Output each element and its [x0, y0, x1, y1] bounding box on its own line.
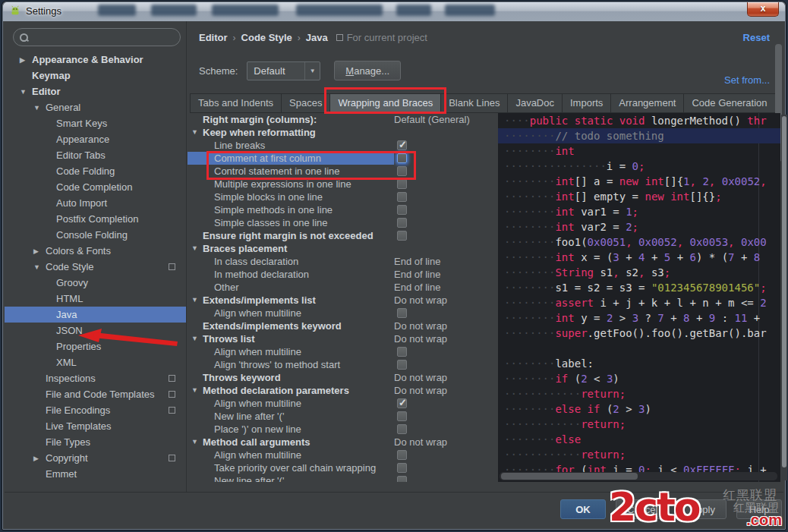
code-vertical-scrollbar[interactable]: [781, 115, 787, 480]
checkbox-align-when-multiline[interactable]: [397, 398, 407, 408]
title-bar[interactable]: Settings x: [3, 2, 785, 21]
setting-row-take-priority-over-call-chain-wrapping[interactable]: Take priority over call chain wrapping: [188, 461, 498, 474]
expand-icon[interactable]: ▶: [33, 455, 46, 462]
setting-row-extends-implements-keyword[interactable]: Extends/implements keywordDo not wrap: [188, 320, 498, 332]
sidebar-item-postfix-completion[interactable]: Postfix Completion: [5, 211, 186, 227]
tab-tabs-and-indents[interactable]: Tabs and Indents: [190, 93, 282, 113]
setting-value[interactable]: End of line: [394, 268, 440, 281]
sidebar-item-keymap[interactable]: Keymap: [5, 68, 186, 83]
sidebar-item-file-types[interactable]: File Types: [5, 434, 186, 450]
setting-row-align-when-multiline[interactable]: Align when multiline: [188, 345, 498, 358]
setting-row-right-margin-columns[interactable]: Right margin (columns):Default (General): [188, 113, 498, 126]
setting-row-keep-when-reformatting[interactable]: ▼Keep when reformatting: [188, 126, 498, 139]
setting-value[interactable]: Do not wrap: [394, 384, 447, 397]
setting-row-new-line-after[interactable]: New line after '(': [188, 474, 498, 482]
setting-row-align-when-multiline[interactable]: Align when multiline: [188, 449, 498, 461]
sidebar-item-json[interactable]: JSON: [5, 323, 186, 338]
setting-row-in-class-declaration[interactable]: In class declarationEnd of line: [188, 255, 498, 268]
sidebar-item-html[interactable]: HTML: [5, 291, 186, 307]
checkbox-comment-at-first-column[interactable]: [397, 153, 407, 163]
setting-row-ensure-right-margin-is-not-exceeded[interactable]: Ensure right margin is not exceeded: [188, 229, 498, 242]
setting-row-comment-at-first-column[interactable]: Comment at first column: [188, 152, 498, 165]
sidebar-item-live-templates[interactable]: Live Templates: [5, 418, 186, 434]
setting-row-place-on-new-line[interactable]: Place ')' on new line: [188, 423, 498, 436]
setting-row-align-when-multiline[interactable]: Align when multiline: [188, 397, 498, 410]
checkbox-simple-blocks-in-one-line[interactable]: [397, 192, 407, 202]
sidebar-item-xml[interactable]: XML: [5, 354, 186, 370]
scrollbar-thumb[interactable]: [782, 116, 786, 467]
checkbox-new-line-after[interactable]: [397, 476, 407, 482]
setting-row-multiple-expressions-in-one-line[interactable]: Multiple expressions in one line: [188, 178, 498, 190]
setting-row-other[interactable]: OtherEnd of line: [188, 281, 498, 294]
sidebar-item-appearance[interactable]: Appearance: [5, 131, 186, 147]
sidebar-item-code-style[interactable]: ▼Code Style: [5, 259, 186, 275]
setting-row-simple-classes-in-one-line[interactable]: Simple classes in one line: [188, 216, 498, 229]
checkbox-simple-methods-in-one-line[interactable]: [397, 205, 407, 215]
sidebar-item-console-folding[interactable]: Console Folding: [5, 227, 186, 243]
sidebar-item-colors-fonts[interactable]: ▶Colors & Fonts: [5, 243, 186, 259]
setting-row-method-call-arguments[interactable]: ▼Method call argumentsDo not wrap: [188, 436, 498, 449]
sidebar-item-emmet[interactable]: Emmet: [5, 466, 186, 482]
collapse-icon[interactable]: ▼: [33, 104, 46, 112]
checkbox-ensure-right-margin-is-not-exceeded[interactable]: [397, 231, 407, 241]
checkbox-new-line-after[interactable]: [397, 411, 407, 421]
checkbox-multiple-expressions-in-one-line[interactable]: [397, 179, 407, 189]
sidebar-item-copyright[interactable]: ▶Copyright: [5, 450, 186, 466]
sidebar-item-general[interactable]: ▼General: [5, 99, 186, 115]
ok-button[interactable]: OK: [560, 499, 606, 519]
help-button[interactable]: Help: [736, 499, 782, 519]
setting-row-simple-methods-in-one-line[interactable]: Simple methods in one line: [188, 203, 498, 216]
checkbox-align-when-multiline[interactable]: [397, 450, 407, 460]
setting-value[interactable]: Do not wrap: [394, 320, 447, 332]
setting-row-in-method-declaration[interactable]: In method declarationEnd of line: [188, 268, 498, 281]
checkbox-simple-classes-in-one-line[interactable]: [397, 218, 407, 228]
setting-row-simple-blocks-in-one-line[interactable]: Simple blocks in one line: [188, 190, 498, 203]
setting-row-align-throws-to-method-start[interactable]: Align 'throws' to method start: [188, 358, 498, 371]
manage-button[interactable]: Manage...: [334, 61, 401, 80]
code-horizontal-scrollbar[interactable]: [500, 472, 777, 480]
setting-row-extends-implements-list[interactable]: ▼Extends/implements listDo not wrap: [188, 294, 498, 307]
sidebar-item-code-folding[interactable]: Code Folding: [5, 163, 186, 179]
sidebar-item-editor-tabs[interactable]: Editor Tabs: [5, 147, 186, 163]
sidebar-item-java[interactable]: Java: [5, 307, 186, 323]
sidebar-item-code-completion[interactable]: Code Completion: [5, 179, 186, 195]
tab-blank-lines[interactable]: Blank Lines: [440, 93, 508, 113]
setting-value[interactable]: Default (General): [394, 113, 470, 126]
setting-row-line-breaks[interactable]: Line breaks: [188, 139, 498, 152]
sidebar-item-editor[interactable]: ▼Editor: [5, 83, 186, 99]
setting-row-control-statement-in-one-line[interactable]: Control statement in one line: [188, 165, 498, 178]
breadcrumb-code-style[interactable]: Code Style: [241, 32, 292, 43]
collapse-icon[interactable]: ▼: [33, 263, 46, 271]
setting-row-throws-keyword[interactable]: Throws keywordDo not wrap: [188, 371, 498, 384]
setting-value[interactable]: End of line: [394, 255, 440, 268]
expand-icon[interactable]: ▶: [20, 56, 32, 64]
sidebar-item-smart-keys[interactable]: Smart Keys: [5, 115, 186, 131]
checkbox-align-when-multiline[interactable]: [397, 347, 407, 357]
checkbox-take-priority-over-call-chain-wrapping[interactable]: [397, 463, 407, 473]
setting-row-method-declaration-parameters[interactable]: ▼Method declaration parametersDo not wra…: [188, 384, 498, 397]
setting-value[interactable]: Do not wrap: [394, 436, 447, 449]
tab-imports[interactable]: Imports: [562, 93, 611, 113]
tab-spaces[interactable]: Spaces: [281, 93, 330, 113]
setting-row-braces-placement[interactable]: ▼Braces placement: [188, 242, 498, 255]
close-button[interactable]: x: [747, 2, 779, 17]
checkbox-align-throws-to-method-start[interactable]: [397, 360, 407, 370]
sidebar-item-appearance-behavior[interactable]: ▶Appearance & Behavior: [5, 52, 186, 68]
tab-javadoc[interactable]: JavaDoc: [507, 93, 563, 113]
sidebar-item-inspections[interactable]: Inspections: [5, 370, 186, 386]
checkbox-align-when-multiline[interactable]: [397, 308, 407, 318]
sidebar-item-file-encodings[interactable]: File Encodings: [5, 402, 186, 418]
setting-row-throws-list[interactable]: ▼Throws listDo not wrap: [188, 332, 498, 345]
checkbox-place-on-new-line[interactable]: [397, 424, 407, 434]
scheme-dropdown[interactable]: Default ▼: [247, 61, 320, 80]
sidebar-item-auto-import[interactable]: Auto Import: [5, 195, 186, 211]
sidebar-item-properties[interactable]: Properties: [5, 338, 186, 354]
collapse-icon[interactable]: ▼: [20, 88, 32, 96]
scrollbar-thumb[interactable]: [501, 473, 638, 480]
checkbox-line-breaks[interactable]: [397, 140, 407, 150]
reset-link[interactable]: Reset: [743, 32, 770, 43]
search-input[interactable]: [13, 28, 181, 46]
cancel-button[interactable]: Cancel: [616, 499, 669, 519]
apply-button[interactable]: Apply: [679, 499, 727, 519]
setting-row-new-line-after[interactable]: New line after '(': [188, 410, 498, 423]
